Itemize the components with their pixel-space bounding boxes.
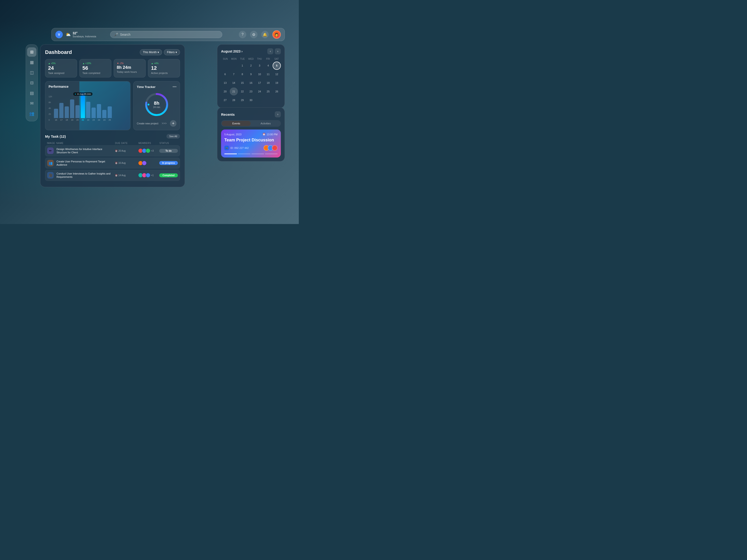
task-members-1 xyxy=(138,161,159,165)
table-row[interactable]: ✏ Design Wireframes for Intuitive Interf… xyxy=(45,145,180,156)
task-icon-1: 👥 xyxy=(47,160,54,166)
tasks-section: My Task (12) See All IMAGE NAME DUE DATE… xyxy=(45,134,180,181)
progress-dot xyxy=(265,154,278,154)
search-placeholder: Search xyxy=(120,33,130,36)
bar-label: 19 xyxy=(71,119,73,121)
task-name-0: Design Wireframes for Intuitive Interfac… xyxy=(56,148,115,154)
stat-value-0: 24 xyxy=(48,65,74,71)
sidebar-item-media[interactable]: ◫ xyxy=(27,68,36,77)
bar-column: 20 xyxy=(75,105,80,121)
gear-icon: ⚙ xyxy=(252,32,255,37)
notifications-button[interactable]: 🔔 xyxy=(261,31,269,38)
calendar-day[interactable]: 26 xyxy=(273,87,281,96)
tab-events[interactable]: Events xyxy=(222,121,251,126)
status-badge-1: In progress xyxy=(159,161,178,165)
settings-button[interactable]: ⚙ xyxy=(250,31,257,38)
calendar-day[interactable]: 19 xyxy=(273,79,281,87)
calendar-day[interactable]: 14 xyxy=(230,79,238,87)
calendar-day[interactable]: 12 xyxy=(273,70,281,78)
table-row[interactable]: 🎥 Conduct User Interviews to Gather Insi… xyxy=(45,170,180,181)
recents-header: Recents › xyxy=(221,111,281,117)
calendar-day-today[interactable]: 5 xyxy=(273,61,281,70)
calendar-day[interactable]: 27 xyxy=(221,96,229,104)
calendar-day[interactable]: 10 xyxy=(255,70,263,78)
calendar-day[interactable]: 11 xyxy=(264,70,272,78)
user-avatar[interactable]: 👩 xyxy=(273,30,281,39)
calendar-day[interactable]: 1 xyxy=(238,61,247,70)
sidebar-item-team[interactable]: 👥 xyxy=(27,109,36,118)
stat-label-0: Task assigned xyxy=(48,72,74,75)
help-button[interactable]: ? xyxy=(239,31,246,38)
calendar-day[interactable]: 24 xyxy=(255,87,263,96)
chevron-down-icon: ▾ xyxy=(158,51,159,54)
sidebar-item-folder[interactable]: ⊟ xyxy=(27,78,36,87)
table-row[interactable]: 👥 Create User Personas to Represent Targ… xyxy=(45,158,180,169)
stat-change-0: ▲ +5% xyxy=(48,62,74,64)
calendar-day[interactable]: 16 xyxy=(247,79,255,87)
calendar-day[interactable]: 17 xyxy=(255,79,263,87)
calendar-day[interactable]: 28 xyxy=(230,96,238,104)
task-name-1: Create User Personas to Represent Target… xyxy=(56,160,115,167)
calendar-day[interactable]: 23 xyxy=(247,87,255,96)
calendar-day[interactable]: 25 xyxy=(264,87,272,96)
create-new-project-link[interactable]: Create new project xyxy=(137,122,158,125)
calendar-next-button[interactable]: › xyxy=(275,48,281,54)
bars-area: 1617181920● 21 Aug 8h:24m212223242425 xyxy=(54,92,127,121)
calendar-day-selected[interactable]: 21 xyxy=(230,87,238,96)
sidebar-item-messages[interactable]: ✉ xyxy=(27,99,36,108)
stat-task-completed: ▲ +10% 56 Task completed xyxy=(79,59,111,77)
see-all-button[interactable]: See All xyxy=(166,134,180,139)
event-card[interactable]: 5 August, 2023 ⏰ 13:00 PM Team Project D… xyxy=(221,130,281,158)
calendar-prev-button[interactable]: ‹ xyxy=(267,48,273,54)
member-count-2: +1 xyxy=(151,174,154,177)
donut-mins: 24 min xyxy=(153,106,160,108)
calendar-day[interactable]: 7 xyxy=(230,70,238,78)
calendar-day[interactable]: 3 xyxy=(255,61,263,70)
bar-label: 25 xyxy=(108,119,111,121)
tasks-table-header: IMAGE NAME DUE DATE MEMBERS STATUS xyxy=(45,141,180,145)
calendar-day[interactable]: 30 xyxy=(247,96,255,104)
calendar-day-empty xyxy=(230,61,238,70)
tasks-title: My Task (12) xyxy=(45,134,66,138)
filters-button[interactable]: Filters ▾ xyxy=(164,49,180,55)
calendar-grid: 1234567891011121314151617181920212223242… xyxy=(221,61,281,104)
search-bar[interactable]: 🎤 Search xyxy=(110,31,222,38)
calendar-day[interactable]: 13 xyxy=(221,79,229,87)
add-project-button[interactable]: + xyxy=(170,120,177,127)
sidebar-item-chart[interactable]: ▤ xyxy=(27,88,36,98)
calendar-day[interactable]: 4 xyxy=(264,61,272,70)
calendar-day[interactable]: 22 xyxy=(238,87,247,96)
header-controls: This Month ▾ Filters ▾ xyxy=(140,49,180,55)
event-id: 📹 ID: 892 227 442 xyxy=(224,145,249,150)
this-month-button[interactable]: This Month ▾ xyxy=(140,49,162,55)
calendar-day[interactable]: 15 xyxy=(238,79,247,87)
calendar-header: August 2023 › ‹ › xyxy=(221,48,281,54)
stat-label-2: Today work hours xyxy=(117,71,143,73)
progress-dot xyxy=(238,154,251,154)
clock-icon: ⏰ xyxy=(262,133,266,136)
dashboard-title: Dashboard xyxy=(45,49,72,55)
calendar-day[interactable]: 2 xyxy=(247,61,255,70)
calendar-day[interactable]: 9 xyxy=(247,70,255,78)
bar-column: 24 xyxy=(97,104,101,121)
tracker-more-icon[interactable]: ••• xyxy=(173,85,177,89)
calendar-day[interactable]: 18 xyxy=(264,79,272,87)
progress-dot xyxy=(224,154,237,154)
sidebar-item-dashboard[interactable]: ⊞ xyxy=(27,47,36,57)
recents-nav-button[interactable]: › xyxy=(275,111,281,117)
status-badge-0: To do xyxy=(159,149,178,153)
stat-active-projects: ▲ +4% 12 Active projects xyxy=(148,59,180,77)
calendar-day[interactable]: 8 xyxy=(238,70,247,78)
weather-icon: ⛅ xyxy=(66,32,71,37)
stat-change-1: ▲ +10% xyxy=(82,62,108,64)
stat-label-3: Active projects xyxy=(151,72,177,75)
sidebar-item-calendar[interactable]: ▦ xyxy=(27,58,36,67)
filters-label: Filters xyxy=(167,51,175,54)
calendar-day-empty xyxy=(255,96,263,104)
tracker-arrows-icon: >>> xyxy=(162,122,167,125)
calendar-day[interactable]: 6 xyxy=(221,70,229,78)
calendar-day[interactable]: 20 xyxy=(221,87,229,96)
status-badge-2: Completed xyxy=(159,174,178,177)
tab-activities[interactable]: Activities xyxy=(251,121,280,126)
calendar-day[interactable]: 29 xyxy=(238,96,247,104)
